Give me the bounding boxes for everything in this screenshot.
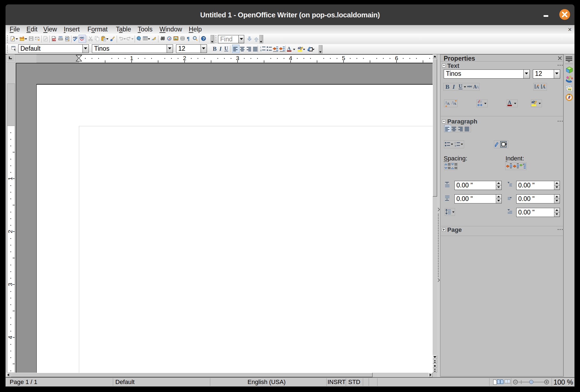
svg-text:I: I — [260, 46, 261, 49]
svg-text:U: U — [224, 46, 228, 51]
svg-text:II: II — [260, 49, 262, 52]
svg-text:A: A — [542, 85, 546, 89]
svg-text:PDF: PDF — [53, 39, 56, 41]
svg-text:4: 4 — [289, 55, 292, 61]
svg-text:ABC: ABC — [79, 37, 84, 39]
svg-text:¶: ¶ — [187, 36, 190, 42]
svg-text:2: 2 — [7, 230, 13, 233]
svg-text:A: A — [447, 101, 450, 106]
svg-text:U: U — [459, 84, 462, 89]
svg-text:3: 3 — [7, 283, 13, 286]
svg-text:B: B — [213, 46, 217, 52]
svg-text:I: I — [219, 46, 222, 52]
svg-text:2: 2 — [183, 55, 186, 61]
svg-text:I: I — [455, 141, 456, 144]
svg-text:6: 6 — [395, 55, 398, 61]
svg-text:4: 4 — [7, 336, 13, 339]
svg-text:V: V — [480, 100, 482, 103]
svg-text:ABC: ABC — [73, 36, 78, 39]
svg-text:5: 5 — [342, 55, 345, 61]
svg-text:1: 1 — [130, 55, 133, 61]
svg-text:N: N — [569, 94, 570, 95]
svg-text:II: II — [455, 144, 456, 147]
svg-text:A: A — [287, 46, 291, 51]
svg-text:B: B — [445, 84, 449, 90]
svg-text:A: A — [454, 101, 456, 106]
svg-text:?: ? — [203, 36, 205, 41]
svg-text:I: I — [452, 84, 455, 90]
svg-text:A: A — [508, 100, 511, 105]
svg-text:A: A — [476, 85, 479, 89]
svg-text:1: 1 — [7, 177, 13, 180]
svg-text:3: 3 — [236, 55, 239, 61]
